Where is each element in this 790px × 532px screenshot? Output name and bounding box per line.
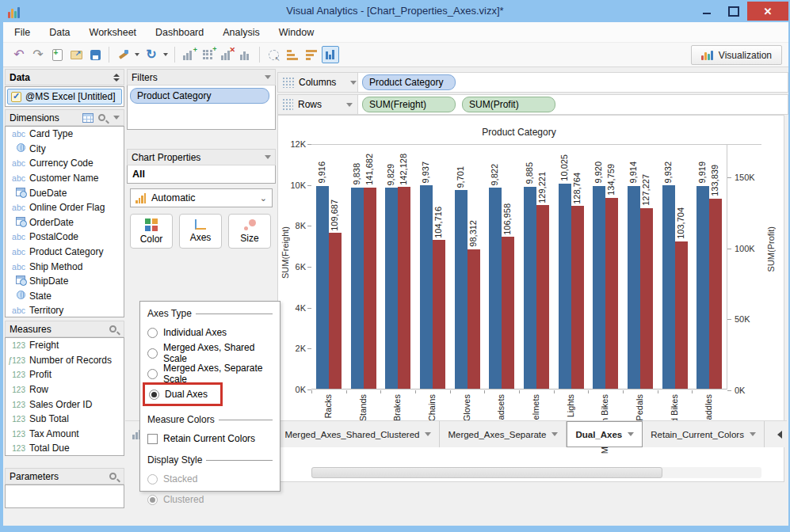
- add-worksheet-icon[interactable]: +: [179, 45, 198, 64]
- chart-properties-menu-icon[interactable]: [265, 155, 271, 159]
- menu-analysis[interactable]: Analysis: [223, 27, 260, 38]
- measure-item[interactable]: 123Tax Amount: [6, 427, 124, 442]
- minimize-icon[interactable]: [693, 2, 720, 21]
- save-icon[interactable]: [86, 45, 105, 64]
- menu-data[interactable]: Data: [49, 27, 70, 38]
- dimension-item[interactable]: abcTerritory: [6, 303, 124, 317]
- search-dimensions-icon[interactable]: [98, 114, 105, 121]
- add-dashboard-icon[interactable]: +: [198, 45, 217, 64]
- bar-sum-profit--headsets[interactable]: [502, 237, 514, 389]
- menu-dashboard[interactable]: Dashboard: [155, 27, 204, 38]
- rows-menu-icon[interactable]: [346, 103, 353, 107]
- tab-menu-icon[interactable]: [628, 432, 634, 436]
- data-connection-item[interactable]: @MS Excel [Untitled]: [7, 89, 122, 104]
- sort-descending-icon[interactable]: [302, 45, 321, 64]
- bar-sum-profit--brakes[interactable]: [398, 187, 410, 389]
- menu-worksheet[interactable]: Worksheet: [90, 27, 137, 38]
- dimension-item[interactable]: abcCard Type: [6, 127, 124, 142]
- dimension-item[interactable]: abcShip Method: [6, 259, 124, 274]
- duplicate-worksheet-icon[interactable]: [236, 45, 255, 64]
- bar-sum-freight--headsets[interactable]: [489, 188, 502, 389]
- refresh-dropdown-icon[interactable]: [163, 53, 168, 56]
- axes-type-option[interactable]: Merged Axes, Shared Scale: [147, 345, 273, 361]
- visualization-type-icon[interactable]: [321, 45, 340, 64]
- delete-worksheet-icon[interactable]: ✕: [217, 45, 236, 64]
- new-document-icon[interactable]: [48, 45, 67, 64]
- visualization-button[interactable]: Visualization: [691, 45, 782, 65]
- close-icon[interactable]: [747, 2, 788, 21]
- menu-window[interactable]: Window: [279, 27, 314, 38]
- tab-menu-icon[interactable]: [750, 432, 756, 436]
- filters-header[interactable]: Filters: [127, 69, 276, 86]
- undo-icon[interactable]: ↶: [10, 45, 29, 64]
- dimensions-menu-icon[interactable]: [113, 116, 120, 120]
- tab-menu-icon[interactable]: [425, 432, 431, 436]
- bar-sum-profit--helmets[interactable]: [536, 205, 549, 389]
- collapse-expand-icon[interactable]: [113, 74, 120, 82]
- dimension-item[interactable]: abcCurrency Code: [6, 156, 124, 171]
- bar-sum-profit--mountain-bikes[interactable]: [605, 198, 618, 389]
- columns-shelf-header[interactable]: Columns: [277, 72, 358, 93]
- dimension-item[interactable]: ShipDate: [6, 274, 124, 289]
- columns-menu-icon[interactable]: [350, 81, 357, 85]
- filter-pill[interactable]: Product Category: [130, 88, 269, 104]
- axes-type-radio[interactable]: [147, 348, 158, 359]
- lasso-select-icon[interactable]: [264, 45, 283, 64]
- measure-item[interactable]: 123Freight: [6, 338, 124, 353]
- measure-item[interactable]: ƒ123Number of Records: [6, 353, 124, 368]
- bar-sum-profit--lights[interactable]: [571, 206, 584, 389]
- scroll-tabs-left-icon[interactable]: [777, 431, 782, 439]
- color-button[interactable]: Color: [130, 214, 173, 249]
- axes-button[interactable]: Axes: [179, 214, 222, 249]
- retain-current-colors-checkbox[interactable]: [147, 434, 158, 444]
- bar-sum-freight--saddles[interactable]: [696, 186, 709, 389]
- axes-type-option[interactable]: Individual Axes: [147, 325, 273, 340]
- data-panel-header[interactable]: Data: [5, 69, 124, 86]
- bar-sum-freight--helmets[interactable]: [524, 187, 536, 389]
- measure-item[interactable]: 123Row: [6, 382, 124, 397]
- tab-merged_axes_shared_clustered[interactable]: Merged_Axes_Shared_Clustered: [277, 421, 440, 447]
- sort-ascending-icon[interactable]: [283, 45, 302, 64]
- rows-shelf-header[interactable]: Rows: [277, 94, 358, 115]
- chart-horizontal-scrollbar[interactable]: [311, 467, 761, 478]
- bar-sum-freight--chains[interactable]: [420, 185, 433, 389]
- dimension-item[interactable]: abcProduct Category: [6, 245, 124, 260]
- menu-file[interactable]: File: [14, 27, 30, 38]
- dimension-item[interactable]: abcPostalCode: [6, 230, 124, 245]
- bar-sum-freight--road-bikes[interactable]: [662, 185, 675, 389]
- open-workbook-icon[interactable]: [67, 45, 86, 64]
- axes-type-radio[interactable]: [147, 369, 158, 379]
- dimension-item[interactable]: State: [6, 289, 124, 304]
- tab-merged_axes_separate[interactable]: Merged_Axes_Separate: [440, 421, 567, 447]
- measure-item[interactable]: 123Sales Order ID: [6, 397, 124, 412]
- tab-menu-icon[interactable]: [551, 432, 558, 436]
- bar-sum-freight--lights[interactable]: [559, 184, 571, 389]
- dimension-item[interactable]: abcCustomer Name: [6, 171, 124, 186]
- table-view-icon[interactable]: [82, 113, 94, 123]
- bar-sum-profit--saddles[interactable]: [709, 199, 722, 389]
- bar-sum-freight--gloves[interactable]: [455, 190, 468, 389]
- dimension-item[interactable]: City: [6, 142, 124, 157]
- row-pill[interactable]: SUM(Freight): [362, 97, 456, 112]
- measure-item[interactable]: 123Profit: [6, 367, 124, 382]
- bar-sum-freight--mountain-bikes[interactable]: [593, 186, 605, 389]
- retain-current-colors-option[interactable]: Retain Current Colors: [147, 431, 273, 446]
- bar-sum-profit--bike-stands[interactable]: [364, 188, 376, 389]
- bar-sum-profit--road-bikes[interactable]: [675, 241, 688, 389]
- parameters-header[interactable]: Parameters: [5, 468, 124, 484]
- bar-sum-profit--pedals[interactable]: [640, 208, 653, 389]
- dimensions-header[interactable]: Dimensions: [5, 109, 124, 126]
- bar-sum-freight--bike-racks[interactable]: [316, 186, 329, 389]
- chart-type-select[interactable]: Automatic ⌄: [130, 188, 273, 207]
- bar-sum-profit--chains[interactable]: [433, 240, 445, 389]
- measure-item[interactable]: 123Sub Total: [6, 412, 124, 427]
- redo-icon[interactable]: ↷: [29, 45, 48, 64]
- maximize-icon[interactable]: [720, 2, 747, 21]
- bar-sum-freight--brakes[interactable]: [385, 188, 398, 389]
- size-button[interactable]: Size: [228, 214, 271, 249]
- dimension-item[interactable]: abcOnline Order Flag: [6, 200, 124, 215]
- bar-sum-freight--pedals[interactable]: [628, 186, 640, 389]
- tab-dual_axes[interactable]: Dual_Axes: [567, 421, 643, 447]
- chart-properties-header[interactable]: Chart Properties: [127, 149, 276, 165]
- tab-retain_current_colors[interactable]: Retain_Current_Colors: [643, 421, 765, 447]
